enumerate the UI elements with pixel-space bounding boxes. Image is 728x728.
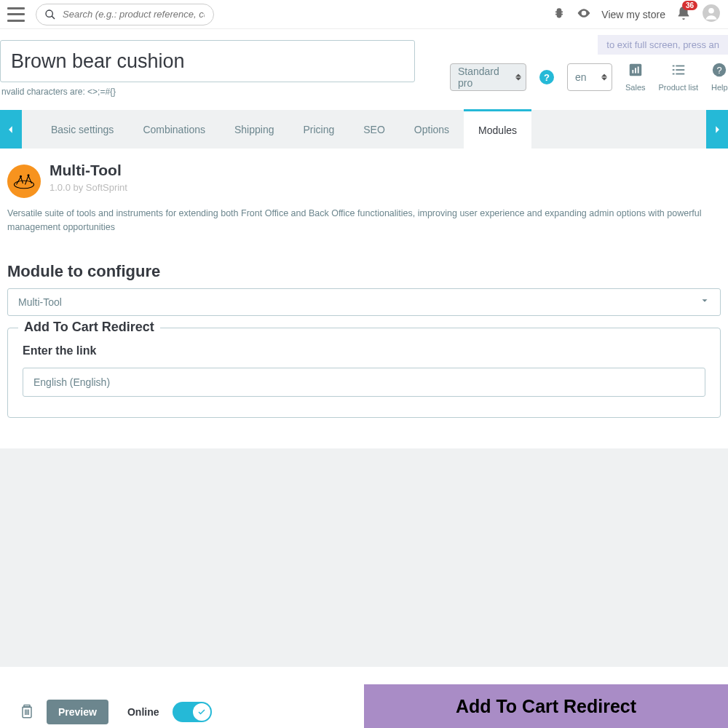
product-type-value: Standard pro (458, 66, 508, 89)
debug-icon[interactable] (552, 6, 566, 23)
bar-chart-icon (628, 62, 644, 80)
notification-badge: 36 (682, 1, 697, 10)
online-toggle[interactable] (173, 702, 212, 722)
question-icon: ? (711, 62, 727, 80)
module-select[interactable]: Multi-Tool (7, 288, 721, 316)
updown-icon (601, 74, 607, 81)
tabs-list: Basic settings Combinations Shipping Pri… (22, 110, 531, 149)
tab-pricing[interactable]: Pricing (288, 110, 349, 149)
svg-rect-10 (672, 69, 674, 71)
product-title-input[interactable] (0, 40, 415, 82)
module-description: Versatile suite of tools and instruments… (7, 207, 721, 234)
svg-rect-5 (632, 70, 633, 74)
search-input[interactable] (36, 4, 214, 25)
link-label: Enter the link (23, 344, 705, 357)
title-column: nvalid characters are: <>;=#{} (0, 40, 415, 97)
svg-point-3 (708, 7, 714, 13)
online-label: Online (127, 706, 159, 718)
svg-text:?: ? (717, 65, 722, 76)
chevron-down-icon (700, 296, 710, 308)
notifications[interactable]: 36 (676, 5, 692, 24)
redirect-fieldset: Add To Cart Redirect Enter the link (7, 328, 721, 418)
svg-rect-9 (676, 66, 684, 67)
view-store-link[interactable]: View my store (601, 9, 665, 20)
search-wrap (36, 4, 214, 25)
sales-link[interactable]: Sales (625, 62, 646, 92)
svg-point-18 (28, 174, 30, 176)
next-tab-button[interactable] (706, 110, 728, 149)
toggle-knob (193, 703, 210, 721)
module-logo (7, 165, 41, 198)
product-header: to exit full screen, press an nvalid cha… (0, 29, 728, 97)
svg-rect-6 (635, 68, 636, 73)
help-icon[interactable]: ? (539, 70, 554, 84)
preview-button[interactable]: Preview (47, 700, 108, 724)
svg-point-0 (46, 10, 52, 17)
svg-line-1 (52, 16, 55, 19)
svg-rect-11 (676, 69, 684, 71)
module-header: Multi-Tool 1.0.0 by SoftSprint (7, 162, 721, 198)
module-title-wrap: Multi-Tool 1.0.0 by SoftSprint (50, 162, 127, 193)
bell-icon (676, 11, 692, 23)
svg-rect-12 (672, 74, 674, 75)
tab-basic-settings[interactable]: Basic settings (36, 110, 128, 149)
product-list-label: Product list (659, 83, 698, 92)
footer-bar: Preview Online (0, 696, 364, 728)
tabs: Basic settings Combinations Shipping Pri… (0, 110, 728, 149)
help-label: Help (711, 83, 728, 92)
banner: Add To Cart Redirect (364, 684, 728, 728)
tab-seo[interactable]: SEO (349, 110, 400, 149)
module-select-value: Multi-Tool (18, 296, 62, 308)
language-value: en (575, 71, 587, 83)
language-select[interactable]: en (567, 63, 612, 91)
link-input[interactable] (23, 368, 705, 397)
svg-point-17 (20, 175, 22, 178)
product-list-link[interactable]: Product list (659, 62, 698, 92)
spacer (0, 448, 728, 667)
tab-combinations[interactable]: Combinations (128, 110, 220, 149)
svg-rect-8 (672, 66, 674, 67)
updown-icon (515, 74, 521, 81)
fullscreen-hint: to exit full screen, press an (598, 35, 728, 55)
svg-rect-7 (638, 66, 639, 73)
avatar-icon[interactable] (702, 4, 721, 25)
eye-icon (577, 6, 591, 23)
list-icon (670, 62, 687, 80)
search-icon (44, 9, 56, 23)
product-type-select[interactable]: Standard pro (450, 63, 526, 91)
invalid-chars-hint: nvalid characters are: <>;=#{} (0, 87, 415, 97)
module-subtitle: 1.0.0 by SoftSprint (50, 182, 127, 193)
menu-icon[interactable] (7, 7, 25, 22)
tab-modules[interactable]: Modules (464, 109, 531, 149)
tab-shipping[interactable]: Shipping (220, 110, 289, 149)
topbar: View my store 36 (0, 0, 728, 29)
help-link[interactable]: ? Help (711, 62, 728, 92)
module-title: Multi-Tool (50, 162, 127, 179)
fieldset-legend: Add To Cart Redirect (18, 320, 160, 335)
topbar-right: View my store 36 (552, 4, 721, 25)
tab-options[interactable]: Options (400, 110, 464, 149)
module-panel: Multi-Tool 1.0.0 by SoftSprint Versatile… (0, 149, 728, 431)
prev-tab-button[interactable] (0, 110, 22, 149)
delete-button[interactable] (20, 703, 33, 721)
svg-rect-13 (676, 74, 684, 75)
product-header-right: Standard pro ? en Sales Product list ? H… (450, 62, 728, 92)
config-heading: Module to configure (7, 262, 721, 281)
sales-label: Sales (625, 83, 646, 92)
